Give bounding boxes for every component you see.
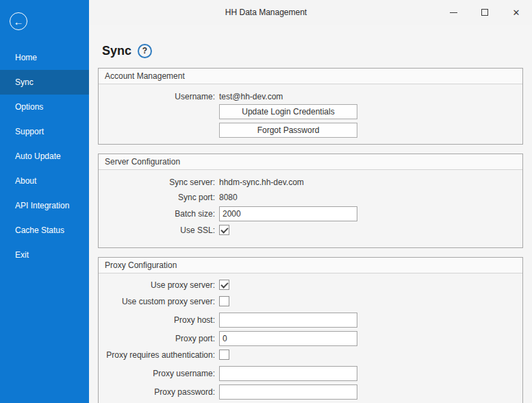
sidebar-item-exit[interactable]: Exit [0,243,89,267]
account-buttons-row: Update Login Credentials Forgot Password [99,104,522,138]
maximize-button[interactable] [469,0,501,25]
sidebar-item-sync[interactable]: Sync [0,70,89,95]
username-value: test@hh-dev.com [219,92,283,101]
sidebar-item-label: Auto Update [15,151,61,161]
window-controls: ✕ [438,0,532,25]
proxy-password-label: Proxy password: [99,387,215,397]
use-custom-proxy-server-row: Use custom proxy server: [99,296,522,306]
proxy-password-input[interactable] [219,384,357,400]
sidebar-item-label: Home [15,53,37,62]
sidebar-item-support[interactable]: Support [0,119,89,144]
account-management-group: Account Management Username: test@hh-dev… [98,68,523,145]
sidebar-item-label: About [15,176,36,186]
forgot-password-button[interactable]: Forgot Password [219,123,357,138]
close-button[interactable]: ✕ [501,0,532,25]
proxy-port-row: Proxy port: [99,331,522,346]
proxy-requires-authentication-label: Proxy requires authentication: [99,350,215,360]
close-icon: ✕ [513,8,520,17]
sidebar-item-label: Cache Status [15,225,64,235]
sidebar-item-auto-update[interactable]: Auto Update [0,144,89,169]
username-label: Username: [99,92,215,101]
proxy-requires-authentication-checkbox[interactable] [219,350,229,360]
sidebar-item-label: Sync [15,77,34,87]
server-configuration-group: Server Configuration Sync server: hhdm-s… [98,154,523,248]
use-proxy-server-label: Use proxy server: [99,280,215,290]
proxy-username-label: Proxy username: [99,369,215,378]
sidebar-item-options[interactable]: Options [0,95,89,119]
proxy-username-input[interactable] [219,366,357,381]
batch-size-label: Batch size: [99,209,215,219]
sidebar-item-cache-status[interactable]: Cache Status [0,218,89,243]
batch-size-row: Batch size: [99,206,522,221]
server-configuration-header: Server Configuration [99,154,522,170]
group-title: Account Management [105,71,185,81]
sync-server-row: Sync server: hhdm-sync.hh-dev.com [99,176,522,188]
use-ssl-label: Use SSL: [99,225,215,235]
update-login-credentials-button[interactable]: Update Login Credentials [219,104,357,119]
main-content: Sync ? Account Management Username: test… [89,25,532,403]
proxy-requires-authentication-row: Proxy requires authentication: [99,350,522,360]
help-icon: ? [142,46,147,56]
sidebar-item-label: Exit [15,250,29,260]
proxy-configuration-header: Proxy Configuration [99,258,522,273]
use-proxy-server-checkbox[interactable] [219,280,229,290]
batch-size-input[interactable] [219,206,357,221]
sidebar-item-api-integration[interactable]: API Integration [0,193,89,218]
back-button[interactable]: ← [10,12,27,30]
group-title: Server Configuration [105,157,180,167]
use-custom-proxy-server-label: Use custom proxy server: [99,297,215,306]
sidebar-item-about[interactable]: About [0,169,89,193]
sync-server-label: Sync server: [99,178,215,187]
sync-port-row: Sync port: 8080 [99,191,522,203]
username-row: Username: test@hh-dev.com [99,90,522,102]
sidebar-item-label: Options [15,102,43,112]
proxy-host-input[interactable] [219,313,357,328]
proxy-port-label: Proxy port: [99,334,215,343]
group-title: Proxy Configuration [105,260,177,270]
account-management-header: Account Management [99,69,522,84]
proxy-host-label: Proxy host: [99,315,215,325]
sync-port-label: Sync port: [99,193,215,202]
sidebar-nav: Home Sync Options Support Auto Update Ab… [0,45,89,267]
use-proxy-server-row: Use proxy server: [99,280,522,290]
proxy-port-input[interactable] [219,331,357,346]
back-arrow-icon: ← [14,16,24,27]
sync-port-value: 8080 [219,193,238,202]
page-title: Sync [102,44,131,58]
sidebar-item-home[interactable]: Home [0,45,89,70]
proxy-host-row: Proxy host: [99,313,522,328]
use-ssl-checkbox[interactable] [219,225,229,235]
use-ssl-row: Use SSL: [99,225,522,235]
page-title-row: Sync ? [102,42,523,59]
sidebar-item-label: Support [15,127,44,136]
minimize-icon [450,12,457,13]
help-button[interactable]: ? [138,44,152,58]
sidebar: ← Home Sync Options Support Auto Update … [0,0,89,403]
minimize-button[interactable] [438,0,469,25]
sidebar-item-label: API Integration [15,201,69,210]
proxy-username-row: Proxy username: [99,366,522,381]
sync-server-value: hhdm-sync.hh-dev.com [219,178,304,187]
proxy-password-row: Proxy password: [99,384,522,400]
use-custom-proxy-server-checkbox[interactable] [219,296,229,306]
proxy-configuration-group: Proxy Configuration Use proxy server: Us… [98,257,523,403]
maximize-icon [481,9,488,16]
